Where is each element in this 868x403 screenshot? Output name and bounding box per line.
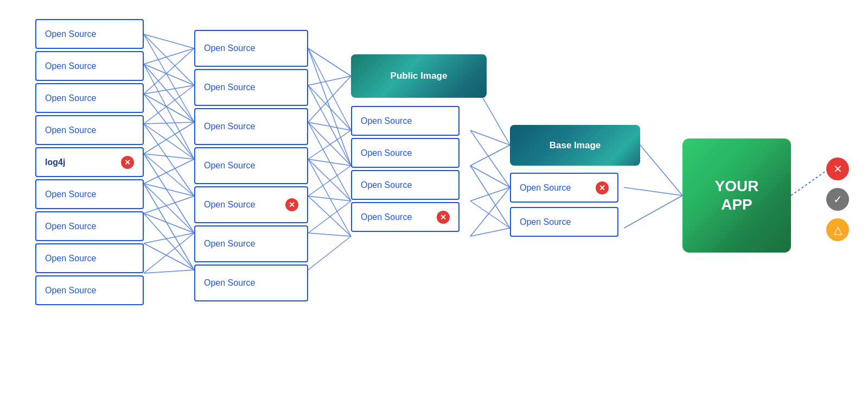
svg-line-52 <box>470 130 510 187</box>
public-image-card: Public Image <box>351 54 487 98</box>
diagram-container: { "col1": { "boxes": [ {"label": "Open S… <box>0 0 868 403</box>
col2-box-6: Open Source <box>194 225 308 262</box>
svg-line-19 <box>144 159 194 184</box>
svg-line-16 <box>144 154 194 159</box>
svg-line-37 <box>308 122 351 130</box>
column-4: Open Source ✕ Open Source <box>510 173 618 237</box>
col1-box-5: log4j ✕ <box>35 147 144 177</box>
svg-line-22 <box>144 184 194 270</box>
warning-icon: △ <box>826 218 849 241</box>
col4-label-1: Open Source <box>520 183 571 193</box>
col2-box-3: Open Source <box>194 108 308 145</box>
public-image-label: Public Image <box>391 71 448 81</box>
svg-line-3 <box>144 48 194 64</box>
svg-line-11 <box>144 85 194 124</box>
col1-label-9: Open Source <box>45 286 96 295</box>
col3-label-1: Open Source <box>361 116 412 126</box>
svg-line-35 <box>308 85 351 166</box>
col1-box-1: Open Source <box>35 19 144 49</box>
svg-line-12 <box>144 122 194 124</box>
svg-line-57 <box>470 201 510 228</box>
col2-label-4: Open Source <box>204 161 255 171</box>
svg-line-46 <box>308 196 351 236</box>
svg-line-55 <box>470 166 510 228</box>
svg-line-34 <box>308 85 351 130</box>
svg-line-45 <box>308 196 351 201</box>
your-app-card: YOURAPP <box>682 138 791 253</box>
svg-line-62 <box>624 196 682 228</box>
svg-line-1 <box>144 34 194 85</box>
col3-box-4: Open Source ✕ <box>351 202 459 232</box>
svg-line-8 <box>144 85 194 94</box>
svg-line-26 <box>144 233 194 243</box>
col2-box-7: Open Source <box>194 265 308 301</box>
col1-box-2: Open Source <box>35 51 144 81</box>
col3-box-3: Open Source <box>351 170 459 200</box>
error-badge-col1-5: ✕ <box>121 156 134 169</box>
svg-line-29 <box>144 270 194 273</box>
svg-line-54 <box>470 166 510 187</box>
svg-line-28 <box>144 233 194 273</box>
col1-box-4: Open Source <box>35 115 144 145</box>
col3-label-2: Open Source <box>361 148 412 158</box>
col1-label-8: Open Source <box>45 254 96 263</box>
svg-line-47 <box>308 201 351 233</box>
col2-label-7: Open Source <box>204 278 255 288</box>
col3-label-4: Open Source <box>361 212 412 222</box>
base-image-card: Base Image <box>510 125 640 166</box>
col1-label-2: Open Source <box>45 61 96 71</box>
svg-line-42 <box>308 159 351 201</box>
column-2: Open Source Open Source Open Source Open… <box>194 30 308 301</box>
svg-line-36 <box>308 76 351 122</box>
svg-line-40 <box>308 130 351 159</box>
svg-line-41 <box>308 159 351 166</box>
svg-line-10 <box>144 94 194 159</box>
col1-label-5: log4j <box>45 158 65 167</box>
col2-box-4: Open Source <box>194 147 308 184</box>
col4-box-1: Open Source ✕ <box>510 173 618 203</box>
col2-box-5: Open Source ✕ <box>194 186 308 223</box>
svg-line-15 <box>144 122 194 154</box>
svg-line-58 <box>470 187 510 236</box>
svg-line-38 <box>308 122 351 166</box>
col3-box-2: Open Source <box>351 138 459 168</box>
col1-label-4: Open Source <box>45 125 96 135</box>
column-1: Open Source Open Source Open Source Open… <box>35 19 144 305</box>
side-icons-panel: ✕ ✓ △ <box>826 158 849 241</box>
svg-line-2 <box>144 34 194 122</box>
col2-label-1: Open Source <box>204 43 255 53</box>
col1-label-3: Open Source <box>45 93 96 103</box>
svg-line-7 <box>144 48 194 94</box>
col1-box-3: Open Source <box>35 83 144 113</box>
svg-line-56 <box>470 187 510 201</box>
check-icon: ✓ <box>826 188 849 211</box>
svg-line-39 <box>308 122 351 201</box>
svg-line-30 <box>308 48 351 76</box>
svg-line-43 <box>308 159 351 236</box>
svg-line-49 <box>308 236 351 270</box>
svg-line-18 <box>144 154 194 233</box>
svg-line-17 <box>144 154 194 196</box>
base-image-label: Base Image <box>550 140 601 151</box>
column-3: Open Source Open Source Open Source Open… <box>351 106 459 232</box>
svg-line-14 <box>144 124 194 196</box>
error-badge-col4-1: ✕ <box>596 181 609 194</box>
svg-line-20 <box>144 184 194 196</box>
svg-line-24 <box>144 213 194 233</box>
error-badge-col2-5: ✕ <box>285 198 298 211</box>
col2-label-2: Open Source <box>204 83 255 92</box>
svg-line-9 <box>144 94 194 122</box>
col2-label-5: Open Source <box>204 200 255 210</box>
svg-line-27 <box>144 243 194 270</box>
svg-line-0 <box>144 34 194 48</box>
svg-line-32 <box>308 48 351 166</box>
col1-label-7: Open Source <box>45 222 96 231</box>
col1-box-6: Open Source <box>35 179 144 209</box>
svg-line-48 <box>308 233 351 236</box>
col3-box-1: Open Source <box>351 106 459 136</box>
svg-line-25 <box>144 213 194 270</box>
svg-line-31 <box>308 48 351 130</box>
col2-label-3: Open Source <box>204 122 255 131</box>
col1-box-9: Open Source <box>35 275 144 305</box>
svg-line-21 <box>144 184 194 233</box>
